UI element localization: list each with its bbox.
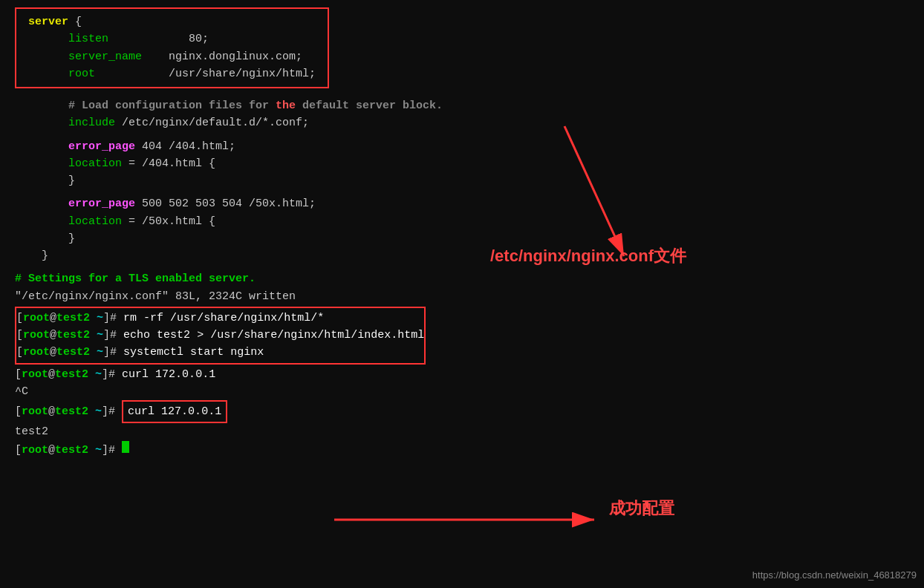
line-written: "/etc/nginx/nginx.conf" 83L, 2324C writt… xyxy=(15,288,909,305)
line-brace1: } xyxy=(15,172,909,189)
line-ctrlc: ^C xyxy=(15,383,909,400)
terminal: server { listen 80; server_name nginx.do… xyxy=(0,0,924,466)
line-close-server: } xyxy=(15,247,909,264)
line-cmd3: [root@test2 ~]# systemctl start nginx xyxy=(16,344,424,361)
line-comment: # Load configuration files for the defau… xyxy=(15,97,909,114)
line-output: test2 xyxy=(15,423,909,440)
line-error50x: error_page 500 502 503 504 /50x.html; xyxy=(15,195,909,212)
line-server-start: server { xyxy=(28,13,316,30)
line-root: root /usr/share/nginx/html; xyxy=(28,65,316,82)
line-cmd5-row: [root@test2 ~]# curl 127.0.0.1 xyxy=(15,400,909,423)
success-label: 成功配置 xyxy=(609,497,674,520)
watermark: https://blog.csdn.net/weixin_46818279 xyxy=(752,569,917,581)
line-location404: location = /404.html { xyxy=(15,155,909,172)
line-tls: # Settings for a TLS enabled server. xyxy=(15,270,909,287)
line-cmd2: [root@test2 ~]# echo test2 > /usr/share/… xyxy=(16,327,424,344)
line-listen: listen 80; xyxy=(28,30,316,48)
line-brace2: } xyxy=(15,230,909,247)
line-location50x: location = /50x.html { xyxy=(15,213,909,230)
line-include: include /etc/nginx/default.d/*.conf; xyxy=(15,114,909,131)
line-final-prompt: [root@test2 ~]# xyxy=(15,441,909,459)
line-error404: error_page 404 /404.html; xyxy=(15,138,909,155)
line-cmd4: [root@test2 ~]# curl 172.0.0.1 xyxy=(15,366,909,383)
line-server-name: server_name nginx.donglinux.com; xyxy=(28,48,316,65)
line-cmd1: [root@test2 ~]# rm -rf /usr/share/nginx/… xyxy=(16,310,424,327)
